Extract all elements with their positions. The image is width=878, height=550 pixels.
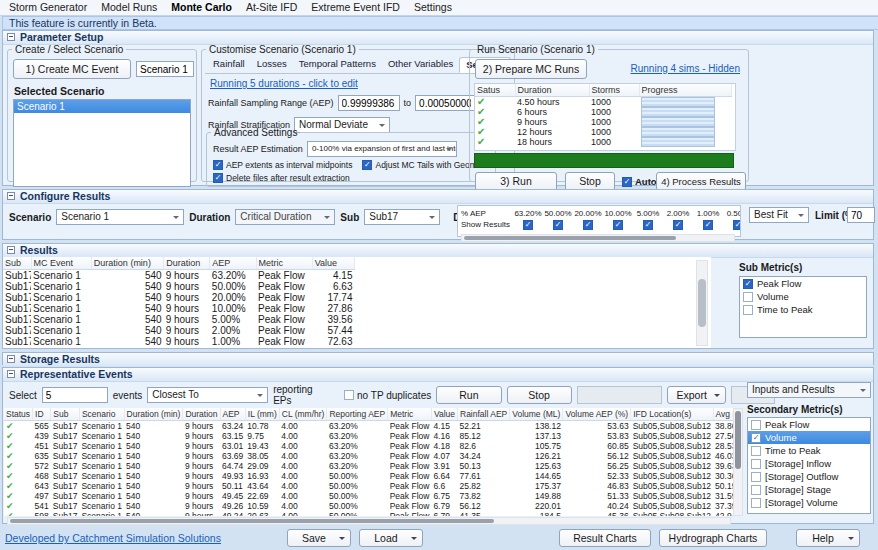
table-row[interactable]: Sub17Scenario 15409 hours63.20%Peak Flow…: [3, 270, 355, 282]
column-header-sub[interactable]: Sub: [3, 257, 31, 270]
table-row[interactable]: ✔565Sub17Scenario 15409 hours63.2410.784…: [4, 421, 733, 432]
secondary-metric-storage-stage[interactable]: [Storage] Stage: [748, 483, 870, 496]
inputs-results-select[interactable]: Inputs and Results: [747, 382, 871, 398]
show-results-checkbox[interactable]: ✓: [573, 219, 603, 230]
tab-other-variables[interactable]: Other Variables: [382, 57, 459, 73]
secondary-metric-storage-volume[interactable]: [Storage] Volume: [748, 496, 870, 509]
column-header-il-mm[interactable]: IL (mm): [245, 408, 279, 421]
scenario-list-item[interactable]: Scenario 1: [14, 100, 190, 113]
column-header-aep[interactable]: AEP: [220, 408, 245, 421]
column-header-value[interactable]: Value: [312, 257, 354, 270]
tab-rainfall[interactable]: Rainfall: [207, 57, 251, 73]
save-button[interactable]: Save: [287, 529, 351, 547]
delete-files-checkbox[interactable]: ✓ Delete files after result extraction: [213, 173, 350, 183]
table-row[interactable]: Sub17Scenario 15409 hours5.00%Peak Flow3…: [3, 314, 355, 325]
developer-link[interactable]: Developed by Catchment Simulation Soluti…: [5, 532, 221, 544]
secondary-metric-peak-flow[interactable]: Peak Flow: [748, 418, 870, 431]
column-header-volume-aep[interactable]: Volume AEP (%): [563, 408, 631, 421]
rep-stop-button[interactable]: Stop: [507, 386, 572, 404]
column-header-cl-mm-hr[interactable]: CL (mm/hr): [279, 408, 327, 421]
column-header-storms[interactable]: Storms: [589, 84, 639, 97]
best-fit-select[interactable]: Best Fit: [749, 207, 809, 223]
prepare-mc-runs-button[interactable]: 2) Prepare MC Runs: [475, 59, 587, 79]
results-header[interactable]: Results: [3, 244, 873, 258]
menu-item-at-site-ifd[interactable]: At-Site IFD: [240, 0, 303, 15]
table-row[interactable]: Sub17Scenario 15409 hours10.00%Peak Flow…: [3, 303, 355, 314]
sampling-from-input[interactable]: [338, 95, 400, 111]
column-header-reporting-aep[interactable]: Reporting AEP: [327, 408, 388, 421]
table-row[interactable]: ✔451Sub17Scenario 15409 hours63.0119.434…: [4, 441, 733, 451]
menu-item-model-runs[interactable]: Model Runs: [95, 0, 163, 15]
no-tp-duplicates-checkbox[interactable]: no TP duplicates: [344, 390, 431, 401]
closest-to-select[interactable]: Closest To: [147, 387, 268, 403]
scenario-select[interactable]: Scenario 1: [56, 209, 184, 225]
show-results-checkbox[interactable]: ✓: [543, 219, 573, 230]
column-header-rainfall-aep[interactable]: Rainfall AEP: [458, 408, 510, 421]
column-header-id[interactable]: ID: [33, 408, 51, 421]
table-row[interactable]: ✔439Sub17Scenario 15409 hours63.159.754.…: [4, 431, 733, 441]
column-header-avg-depth-mm[interactable]: Avg Depth (mm): [713, 408, 733, 421]
parameter-setup-header[interactable]: Parameter Setup: [3, 31, 873, 45]
table-row[interactable]: ✔635Sub17Scenario 15409 hours63.6938.054…: [4, 451, 733, 461]
table-row[interactable]: ✔497Sub17Scenario 15409 hours49.4522.694…: [4, 491, 733, 501]
table-row[interactable]: Sub17Scenario 15409 hours0.50%Peak Flow8…: [3, 347, 355, 348]
column-header-metric[interactable]: Metric: [256, 257, 312, 270]
sub-select[interactable]: Sub17: [364, 209, 440, 225]
menu-item-storm-generator[interactable]: Storm Generator: [3, 0, 93, 15]
table-row[interactable]: ✔12 hours1000: [475, 127, 731, 137]
running-sims-link[interactable]: Running 4 sims - Hidden: [631, 63, 741, 74]
column-header-aep[interactable]: AEP: [210, 257, 256, 270]
result-charts-button[interactable]: Result Charts: [559, 529, 651, 547]
table-row[interactable]: Sub17Scenario 15409 hours50.00%Peak Flow…: [3, 281, 355, 292]
column-header-value[interactable]: Value: [431, 408, 457, 421]
show-results-checkbox[interactable]: ✓: [723, 219, 740, 230]
tab-losses[interactable]: Losses: [251, 57, 293, 73]
column-header-duration-min[interactable]: Duration (min): [91, 257, 163, 270]
menu-item-monte-carlo[interactable]: Monte Carlo: [165, 0, 238, 15]
storage-results-header[interactable]: Storage Results: [3, 353, 873, 366]
column-header-metric[interactable]: Metric: [388, 408, 432, 421]
collapse-icon[interactable]: [7, 192, 15, 200]
table-row[interactable]: ✔541Sub17Scenario 15409 hours49.2610.594…: [4, 501, 733, 511]
rep-run-button[interactable]: Run: [436, 386, 501, 404]
column-header-status[interactable]: Status: [4, 408, 33, 421]
column-header-progress[interactable]: Progress: [639, 84, 731, 97]
secondary-metric-time-to-peak[interactable]: Time to Peak: [748, 444, 870, 457]
column-header-volume-ml[interactable]: Volume (ML): [510, 408, 563, 421]
table-row[interactable]: Sub17Scenario 15409 hours1.00%Peak Flow7…: [3, 336, 355, 347]
export-select[interactable]: Export: [667, 386, 727, 404]
secondary-metric-storage-inflow[interactable]: [Storage] Inflow: [748, 457, 870, 470]
table-row[interactable]: ✔468Sub17Scenario 15409 hours49.9316.934…: [4, 471, 733, 481]
collapse-icon[interactable]: [7, 33, 15, 41]
menu-item-settings[interactable]: Settings: [408, 0, 458, 15]
table-row[interactable]: Sub17Scenario 15409 hours2.00%Peak Flow5…: [3, 325, 355, 336]
aep-estimation-select[interactable]: 0-100% via expansion of first and last i…: [307, 141, 457, 157]
show-results-checkbox[interactable]: ✓: [663, 219, 693, 230]
table-row[interactable]: ✔18 hours1000: [475, 137, 731, 147]
show-results-checkbox[interactable]: ✓: [693, 219, 723, 230]
limit-input[interactable]: [847, 207, 875, 223]
show-results-checkbox[interactable]: ✓: [633, 219, 663, 230]
collapse-icon[interactable]: [7, 355, 15, 363]
metric-item-volume[interactable]: Volume: [740, 290, 866, 303]
column-header-ifd-location-s[interactable]: IFD Location(s): [631, 408, 713, 421]
column-header-duration-min[interactable]: Duration (min): [124, 408, 183, 421]
tab-temporal-patterns[interactable]: Temporal Patterns: [293, 57, 382, 73]
create-mc-event-button[interactable]: 1) Create MC Event: [13, 59, 131, 79]
column-header-satus[interactable]: Satus: [475, 84, 515, 97]
durations-link[interactable]: Running 5 durations - click to edit: [210, 78, 508, 89]
menu-item-extreme-event-ifd[interactable]: Extreme Event IFD: [305, 0, 406, 15]
table-row[interactable]: ✔598Sub17Scenario 15409 hours49.2420.634…: [4, 511, 733, 516]
metric-item-peak-flow[interactable]: ✓Peak Flow: [740, 277, 866, 290]
table-row[interactable]: Sub17Scenario 15409 hours20.00%Peak Flow…: [3, 292, 355, 303]
aep-midpoints-checkbox[interactable]: ✓ AEP extents as interval midpoints: [213, 160, 352, 170]
aep-horizontal-scrollbar[interactable]: [461, 234, 735, 242]
representative-events-header[interactable]: Representative Events: [3, 368, 873, 382]
load-button[interactable]: Load: [359, 529, 423, 547]
column-header-scenario[interactable]: Scenario: [79, 408, 124, 421]
table-row[interactable]: ✔643Sub17Scenario 15409 hours50.1143.644…: [4, 481, 733, 491]
show-results-checkbox[interactable]: ✓: [513, 219, 543, 230]
column-header-duration[interactable]: Duration: [515, 84, 589, 97]
select-count-input[interactable]: [42, 387, 108, 403]
column-header-duration[interactable]: Duration: [164, 257, 210, 270]
